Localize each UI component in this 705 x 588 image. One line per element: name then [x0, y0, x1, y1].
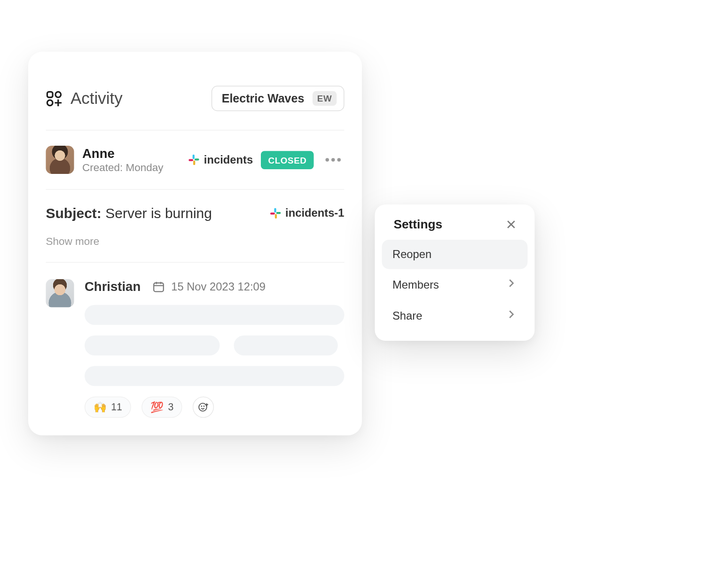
reactions-bar: 🙌 11 💯 3 — [85, 397, 345, 418]
reaction-count: 3 — [168, 401, 173, 413]
message-entry: Christian 15 Nov 2023 12:09 — [46, 263, 345, 418]
svg-rect-0 — [47, 92, 53, 97]
svg-rect-9 — [274, 208, 276, 213]
subject-channel-link[interactable]: incidents-1 — [270, 207, 345, 220]
subject-label: Subject: — [46, 205, 102, 221]
chevron-right-icon — [505, 277, 517, 292]
activity-card: Activity Electric Waves EW Anne Created:… — [28, 52, 362, 435]
creator-name: Anne — [82, 146, 164, 162]
reaction-count: 11 — [111, 401, 122, 413]
message-date: 15 Nov 2023 12:09 — [152, 280, 266, 293]
svg-point-18 — [202, 406, 202, 407]
settings-item-label: Members — [392, 278, 439, 291]
settings-header: Settings — [382, 216, 528, 240]
subject-value: Server is burning — [105, 205, 212, 221]
grid-add-icon — [46, 90, 63, 107]
created-label: Created: Monday — [82, 161, 164, 173]
reaction-emoji: 🙌 — [94, 401, 107, 414]
close-button[interactable] — [503, 216, 519, 233]
workspace-name: Electric Waves — [222, 92, 305, 105]
svg-rect-5 — [193, 155, 195, 159]
card-header: Activity Electric Waves EW — [46, 86, 345, 131]
svg-rect-1 — [55, 92, 61, 97]
created-day: Monday — [126, 161, 164, 173]
message-placeholder-line — [234, 336, 337, 356]
svg-point-19 — [204, 406, 204, 407]
chevron-right-icon — [505, 308, 517, 323]
workspace-badge: EW — [313, 91, 337, 106]
channel-name: incidents — [204, 153, 253, 166]
settings-item-reopen[interactable]: Reopen — [382, 240, 528, 269]
subject-text: Subject: Server is burning — [46, 205, 212, 221]
created-prefix: Created: — [82, 161, 123, 173]
subject-row: Subject: Server is burning incidents-1 — [46, 190, 345, 231]
slack-icon — [188, 155, 199, 165]
reaction-emoji: 💯 — [150, 401, 164, 414]
more-menu-button[interactable] — [322, 155, 345, 165]
svg-rect-13 — [154, 283, 164, 291]
settings-item-label: Reopen — [392, 248, 431, 261]
page-title: Activity — [70, 89, 123, 108]
message-placeholder-line — [85, 366, 345, 386]
status-badge: CLOSED — [261, 151, 314, 169]
reaction-pill[interactable]: 💯 3 — [141, 397, 182, 418]
svg-rect-11 — [274, 214, 276, 219]
message-placeholder-line — [85, 336, 219, 356]
svg-rect-6 — [195, 158, 199, 160]
add-reaction-button[interactable] — [193, 397, 214, 418]
avatar — [46, 146, 74, 174]
avatar — [46, 279, 74, 307]
settings-title: Settings — [394, 218, 443, 232]
svg-rect-10 — [276, 212, 281, 214]
settings-item-share[interactable]: Share — [382, 300, 528, 331]
header-left: Activity — [46, 89, 123, 108]
message-placeholder-line — [85, 305, 345, 325]
settings-popover: Settings Reopen Members Share — [375, 204, 535, 341]
subject-channel-name: incidents-1 — [285, 207, 344, 220]
message-date-text: 15 Nov 2023 12:09 — [171, 280, 266, 293]
workspace-selector[interactable]: Electric Waves EW — [212, 86, 344, 111]
reaction-pill[interactable]: 🙌 11 — [85, 397, 131, 418]
creator-block: Anne Created: Monday — [82, 146, 164, 174]
settings-item-label: Share — [392, 309, 422, 322]
svg-rect-2 — [47, 100, 53, 105]
svg-rect-12 — [270, 212, 275, 214]
svg-rect-8 — [188, 159, 193, 161]
channel-link[interactable]: incidents — [188, 153, 253, 166]
message-head: Christian 15 Nov 2023 12:09 — [85, 279, 345, 295]
svg-rect-7 — [193, 160, 195, 165]
incident-summary-row: Anne Created: Monday incidents — [46, 131, 345, 190]
calendar-icon — [152, 280, 165, 293]
slack-icon — [270, 208, 281, 219]
message-author: Christian — [85, 279, 141, 295]
settings-item-members[interactable]: Members — [382, 269, 528, 300]
show-more-button[interactable]: Show more — [46, 231, 345, 263]
